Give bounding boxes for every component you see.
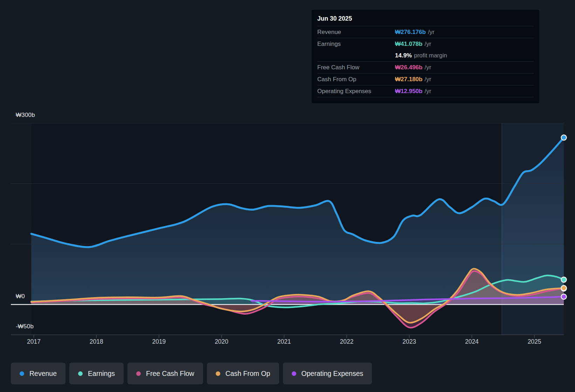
revenue-legend-dot-icon bbox=[20, 371, 24, 376]
tooltip-row-value: ₩41.078b bbox=[395, 41, 422, 48]
tooltip-row-value: ₩27.180b bbox=[395, 76, 422, 83]
tooltip-row-unit: /yr bbox=[424, 64, 431, 71]
tooltip-row-label: Cash From Op bbox=[317, 76, 395, 83]
y-label-300: ₩300b bbox=[16, 112, 35, 119]
tooltip-row-value: ₩276.176b bbox=[395, 29, 426, 36]
tooltip-row-label: Revenue bbox=[317, 29, 395, 36]
legend-label: Free Cash Flow bbox=[146, 370, 194, 378]
legend-pill-earnings[interactable]: Earnings bbox=[69, 363, 124, 384]
tooltip-row-unit: profit margin bbox=[414, 52, 447, 59]
endpoint-dot-revenue bbox=[561, 135, 567, 140]
tooltip-row-unit: /yr bbox=[424, 88, 431, 95]
legend: RevenueEarningsFree Cash FlowCash From O… bbox=[11, 363, 372, 384]
tooltip-row-label: Earnings bbox=[317, 41, 395, 48]
x-label-2019: 2019 bbox=[152, 338, 166, 345]
legend-pill-opex[interactable]: Operating Expenses bbox=[283, 363, 372, 384]
legend-label: Operating Expenses bbox=[302, 370, 363, 378]
tooltip-date: Jun 30 2025 bbox=[312, 10, 539, 26]
y-label-0: ₩0 bbox=[16, 293, 25, 300]
tooltip-row-profit-margin: 14.9%profit margin bbox=[317, 50, 534, 61]
tooltip-row-label: Operating Expenses bbox=[317, 88, 395, 95]
tooltip-row-unit: /yr bbox=[428, 29, 435, 36]
tooltip-row-label: Free Cash Flow bbox=[317, 64, 395, 71]
x-label-2017: 2017 bbox=[27, 338, 41, 345]
endpoint-dot-opex bbox=[561, 294, 567, 299]
x-label-2022: 2022 bbox=[340, 338, 354, 345]
cashflow-chart-page: ₩300b₩0-₩50b 201720182019202020212022202… bbox=[0, 0, 575, 392]
x-label-2023: 2023 bbox=[402, 338, 416, 345]
legend-label: Earnings bbox=[88, 370, 115, 378]
legend-pill-revenue[interactable]: Revenue bbox=[11, 363, 65, 384]
endpoint-dot-earnings bbox=[561, 277, 567, 282]
legend-pill-fcf[interactable]: Free Cash Flow bbox=[127, 363, 203, 384]
legend-label: Revenue bbox=[29, 370, 57, 378]
x-label-2024: 2024 bbox=[465, 338, 479, 345]
x-label-2020: 2020 bbox=[215, 338, 228, 345]
tooltip-row-value: 14.9% bbox=[395, 52, 412, 59]
data-tooltip: Jun 30 2025 Revenue₩276.176b/yrEarnings₩… bbox=[312, 10, 539, 103]
tooltip-row-earnings: Earnings₩41.078b/yr bbox=[317, 38, 534, 50]
legend-label: Cash From Op bbox=[226, 370, 270, 378]
x-label-2021: 2021 bbox=[277, 338, 291, 345]
tooltip-row-cash-from-op: Cash From Op₩27.180b/yr bbox=[317, 73, 534, 85]
y-label--50: -₩50b bbox=[16, 323, 34, 330]
legend-pill-cashop[interactable]: Cash From Op bbox=[207, 363, 279, 384]
tooltip-row-operating-expenses: Operating Expenses₩12.950b/yr bbox=[317, 85, 534, 97]
opex-legend-dot-icon bbox=[292, 371, 296, 376]
tooltip-row-unit: /yr bbox=[424, 76, 431, 83]
tooltip-rows: Revenue₩276.176b/yrEarnings₩41.078b/yr14… bbox=[312, 26, 539, 97]
fcf-legend-dot-icon bbox=[136, 371, 141, 376]
x-label-2025: 2025 bbox=[528, 338, 541, 345]
tooltip-row-value: ₩26.496b bbox=[395, 64, 422, 71]
tooltip-row-free-cash-flow: Free Cash Flow₩26.496b/yr bbox=[317, 61, 534, 73]
tooltip-row-unit: /yr bbox=[424, 41, 431, 48]
x-label-2018: 2018 bbox=[90, 338, 103, 345]
earnings-legend-dot-icon bbox=[78, 371, 83, 376]
tooltip-row-revenue: Revenue₩276.176b/yr bbox=[317, 26, 534, 38]
endpoint-dot-cashop bbox=[561, 286, 567, 291]
cashop-legend-dot-icon bbox=[216, 371, 220, 376]
tooltip-row-value: ₩12.950b bbox=[395, 88, 422, 95]
